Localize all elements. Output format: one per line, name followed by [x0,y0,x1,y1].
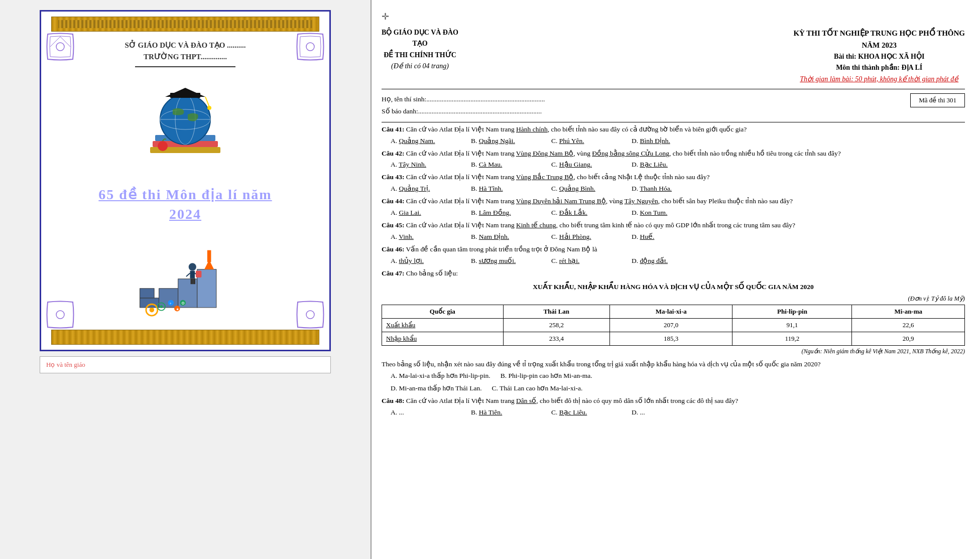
answer-44-b: B. Lâm Đồng. [471,208,541,218]
exam-title-line1: KỲ THI TỐT NGHIỆP TRUNG HỌC PHỔ THÔNG [793,27,965,39]
answers-46: A. thủy lợi. B. sương muối. C. rét hại. … [391,256,965,266]
row-label-0: Xuất khẩu [382,319,504,332]
plus-icon: ✛ [382,10,965,24]
answers-47b: D. Mi-an-ma thấp hơn Thái Lan. C. Thái L… [391,383,965,394]
table-unit-47: (Đơn vị: Tỷ đô la Mỹ) [382,294,965,304]
question-46: Câu 46: Vấn đề cần quan tâm trong phát t… [382,244,965,255]
ornament-bottom [51,330,319,345]
svg-point-0 [56,43,64,51]
question-47: Câu 47: Cho bảng số liệu: [382,268,965,279]
col-header-2: Ma-lai-xi-a [609,305,732,318]
right-panel: ✛ BỘ GIÁO DỤC VÀ ĐÀO TẠO ĐỀ THI CHÍNH TH… [372,0,980,559]
answer-48-c: C. Bạc Liêu. [551,407,622,418]
svg-line-23 [186,273,190,277]
svg-point-38 [56,311,64,319]
cell-xk-thai-lan: 258,2 [503,319,609,332]
answer-48-b: B. Hà Tiên. [471,407,541,418]
answer-42-d: D. Bạc Liêu. [632,160,702,170]
ornament-top [51,17,319,32]
svg-text:+: + [170,302,172,306]
svg-rect-15 [140,289,155,298]
svg-rect-27 [196,271,201,277]
answer-48-a: A. ... [391,407,461,418]
school-line1: SỞ GIÁO DỤC VÀ ĐÀO TẠO .......... [125,41,246,49]
answer-44-d: D. Kon Tum. [632,208,702,218]
exam-title-line2: NĂM 2023 [793,39,965,51]
answer-42-a: A. Tây Ninh. [391,160,461,170]
cover-title: 65 đề thi Môn địa lí năm 2024 [98,185,272,224]
cell-xk-philippines: 91,1 [732,319,852,332]
col-header-0: Quốc gia [382,305,504,318]
question-45: Câu 45: Căn cứ vào Atlat Địa lí Việt Nam… [382,220,965,231]
answers-45: A. Vinh. B. Nam Định. C. Hải Phòng. D. H… [391,232,965,242]
answer-45-a: A. Vinh. [391,232,461,242]
cell-xk-malaysia: 207,0 [609,319,732,332]
school-name: SỞ GIÁO DỤC VÀ ĐÀO TẠO .......... TRƯỜNG… [125,40,246,62]
question-43: Câu 43: Căn cứ vào Atlat Địa lí Việt Nam… [382,172,965,183]
corner-bl-decoration [45,300,75,330]
header-left-line3: ĐỀ THI CHÍNH THỨC [382,50,458,61]
answers-48: A. ... B. Hà Tiên. C. Bạc Liêu. D. ... [391,407,965,418]
cell-xk-myanmar: 22,6 [852,319,965,332]
exam-time: Thời gian làm bài: 50 phút, không kể thờ… [793,74,965,85]
cell-nk-malaysia: 185,3 [609,332,732,346]
svg-point-31 [160,306,163,309]
ornament-inner-top [58,20,312,28]
col-header-1: Thái Lan [503,305,609,318]
table-section-47: XUẤT KHẨU, NHẬP KHẨU HÀNG HÓA VÀ DỊCH VỤ… [382,282,965,356]
svg-point-12 [207,106,211,110]
svg-rect-22 [190,271,195,278]
answer-47-d: D. Mi-an-ma thấp hơn Thái Lan. [391,383,482,394]
question-48: Câu 48: Căn cứ vào Atlat Địa lí Việt Nam… [382,396,965,406]
candidate-divider [382,122,965,122]
question-41: Câu 41: Căn cứ vào Atlat Địa lí Việt Nam… [382,124,965,135]
candidate-section: Họ, tên thí sinh:.......................… [382,93,965,118]
header-left-line4: (Đề thi có 04 trang) [382,61,458,72]
answers-41: A. Quảng Nam. B. Quảng Ngãi. C. Phú Yên.… [391,136,965,147]
answer-43-c: C. Quảng Bình. [551,184,622,194]
svg-rect-16 [159,289,178,308]
table-row-xuat-khau: Xuất khẩu 258,2 207,0 91,1 22,6 [382,319,965,332]
candidate-info: Họ, tên thí sinh:.......................… [382,93,545,118]
answer-46-d: D. động đất. [632,256,702,266]
data-table-47: Quốc gia Thái Lan Ma-lai-xi-a Phi-lip-pi… [382,305,965,346]
answer-47-a: A. Ma-lai-xi-a thấp hơn Phi-lip-pin. [391,371,491,381]
answers-42: A. Tây Ninh. B. Cà Mau. C. Hậu Giang. D.… [391,160,965,170]
svg-text:★: ★ [176,307,179,312]
answer-43-a: A. Quảng Trị. [391,184,461,194]
cover-figure: + ★ ⚙ [135,231,235,322]
header-section: BỘ GIÁO DỤC VÀ ĐÀO TẠO ĐỀ THI CHÍNH THỨC… [382,27,965,85]
answer-45-d: D. Huế. [632,232,702,242]
answer-41-b: B. Quảng Ngãi. [471,136,541,147]
answer-45-c: C. Hải Phòng. [551,232,622,242]
title-line2: 2024 [169,206,201,222]
answer-45-b: B. Nam Định. [471,232,541,242]
question-44: Câu 44: Căn cứ vào Atlat Địa lí Việt Nam… [382,196,965,207]
globe-cap-svg [135,82,235,167]
answer-42-c: C. Hậu Giang. [551,160,622,170]
answer-41-d: D. Bình Định. [632,136,702,147]
cell-nk-myanmar: 20,9 [852,332,965,346]
candidate-name: Họ, tên thí sinh:.......................… [382,93,545,105]
book-cover: SỞ GIÁO DỤC VÀ ĐÀO TẠO .......... TRƯỜNG… [40,10,331,351]
answer-44-a: A. Gia Lai. [391,208,461,218]
exam-subject-line3: Bài thi: KHOA HỌC XÃ HỘI [793,51,965,62]
answer-46-c: C. rét hại. [551,256,622,266]
answer-43-d: D. Thanh Hóa. [632,184,702,194]
svg-rect-20 [207,250,211,262]
table-row-nhap-khau: Nhập khẩu 233,4 185,3 119,2 20,9 [382,332,965,346]
answer-44-c: C. Đắk Lắk. [551,208,622,218]
cell-nk-thai-lan: 233,4 [503,332,609,346]
answer-41-a: A. Quảng Nam. [391,136,461,147]
header-left-line1: BỘ GIÁO DỤC VÀ ĐÀO [382,27,458,38]
corner-br-decoration [295,300,325,330]
exam-subject-label: Bài thi: KHOA HỌC XÃ HỘI [834,53,924,60]
svg-rect-25 [190,278,193,284]
answer-41-c: C. Phú Yên. [551,136,622,147]
header-divider [382,89,965,89]
cover-divider [135,66,235,67]
corner-tr-decoration [295,32,325,62]
svg-point-29 [150,308,155,313]
school-line2: TRƯỜNG THPT.............. [144,53,227,61]
col-header-3: Phi-lip-pin [732,305,852,318]
